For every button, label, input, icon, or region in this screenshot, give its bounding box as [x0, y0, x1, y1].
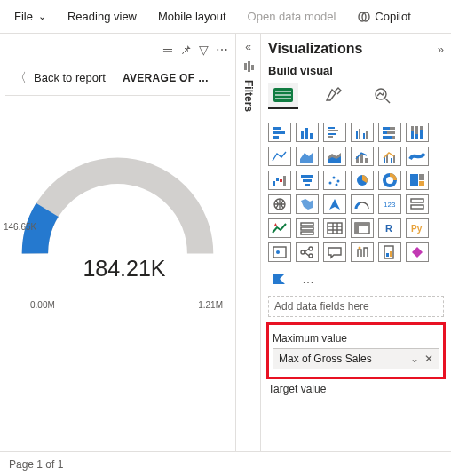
- viz-multi-row-card[interactable]: [406, 194, 429, 214]
- svg-rect-2: [244, 63, 247, 70]
- svg-rect-18: [328, 130, 338, 131]
- gauge-visual[interactable]: 146.65K 184.21K 0.00M 1.21M: [5, 140, 230, 262]
- workspace: ═ 📌︎ ▽ ⋯ 〈 Back to report AVERAGE OF … 1…: [0, 34, 451, 451]
- expand-filters-icon[interactable]: «: [245, 41, 251, 53]
- field-well-value[interactable]: Add data fields here: [268, 296, 444, 317]
- filter-icon[interactable]: ▽: [199, 43, 209, 57]
- viz-slicer[interactable]: [296, 218, 319, 238]
- svg-line-10: [385, 99, 390, 103]
- viz-python-visual[interactable]: Py: [406, 218, 429, 238]
- svg-rect-16: [310, 133, 313, 139]
- chevron-down-icon[interactable]: ⌄: [410, 353, 419, 365]
- svg-rect-68: [328, 223, 342, 234]
- svg-rect-46: [280, 179, 282, 182]
- chevron-left-icon: 〈: [14, 70, 27, 86]
- viz-table[interactable]: [323, 218, 346, 238]
- svg-rect-59: [419, 181, 424, 186]
- svg-rect-3: [248, 61, 250, 72]
- more-options-icon[interactable]: ⋯: [216, 43, 228, 57]
- viz-waterfall[interactable]: [268, 171, 291, 190]
- svg-rect-26: [383, 127, 390, 130]
- viz-r-visual[interactable]: R: [378, 218, 401, 238]
- viz-area[interactable]: [296, 147, 319, 166]
- viz-pie[interactable]: [351, 171, 374, 190]
- viz-ribbon[interactable]: [406, 147, 429, 166]
- visualizations-title: Visualizations: [268, 41, 362, 57]
- svg-rect-62: [411, 199, 423, 202]
- viz-smart-narrative[interactable]: [351, 242, 374, 262]
- maximum-value-field[interactable]: Max of Gross Sales ⌄ ✕: [273, 348, 439, 369]
- svg-rect-13: [273, 136, 279, 139]
- viz-map[interactable]: [268, 194, 291, 214]
- back-to-report-button[interactable]: 〈 Back to report: [5, 60, 115, 95]
- viz-stacked-bar[interactable]: [268, 123, 291, 142]
- svg-rect-15: [305, 128, 308, 139]
- viz-scatter[interactable]: [323, 171, 346, 190]
- svg-rect-47: [283, 176, 286, 186]
- svg-point-54: [336, 184, 338, 186]
- viz-get-more[interactable]: …: [297, 269, 320, 289]
- svg-rect-36: [420, 130, 423, 139]
- build-visual-label: Build visual: [268, 62, 444, 83]
- remove-field-icon[interactable]: ✕: [424, 353, 433, 365]
- pin-icon[interactable]: 📌︎: [179, 43, 192, 57]
- viz-line-clustered-column[interactable]: [378, 147, 401, 166]
- viz-100-stacked-bar[interactable]: [378, 123, 401, 142]
- menu-copilot[interactable]: Copilot: [348, 6, 419, 28]
- tab-analytics[interactable]: [368, 83, 398, 109]
- visualizations-pane: Visualizations » Build visual: [260, 34, 451, 451]
- copilot-icon: [357, 10, 371, 24]
- viz-filled-map[interactable]: [296, 194, 319, 214]
- viz-azure-map[interactable]: [323, 194, 346, 214]
- svg-rect-21: [356, 131, 358, 139]
- tab-build-visual[interactable]: [268, 83, 298, 109]
- viz-100-stacked-column[interactable]: [406, 123, 429, 142]
- viz-stacked-area[interactable]: [323, 147, 346, 166]
- svg-point-85: [359, 247, 361, 250]
- viz-decomposition-tree[interactable]: [296, 242, 319, 262]
- viz-paginated-report[interactable]: [378, 242, 401, 262]
- svg-rect-88: [390, 251, 392, 257]
- back-label: Back to report: [34, 71, 106, 84]
- viz-funnel[interactable]: [296, 171, 319, 190]
- build-tabs: [268, 83, 444, 115]
- svg-rect-22: [359, 129, 360, 139]
- svg-rect-6: [275, 91, 291, 92]
- menu-reading-view[interactable]: Reading view: [59, 6, 146, 27]
- viz-power-automate[interactable]: [268, 269, 291, 289]
- svg-rect-28: [383, 131, 387, 134]
- svg-rect-24: [366, 131, 368, 139]
- viz-key-influencers[interactable]: [268, 242, 291, 262]
- menu-file[interactable]: File: [5, 6, 55, 27]
- viz-kpi[interactable]: ▲: [268, 218, 291, 238]
- viz-clustered-bar[interactable]: [323, 123, 346, 142]
- viz-qa[interactable]: [323, 242, 346, 262]
- svg-rect-75: [355, 223, 359, 234]
- viz-line[interactable]: [268, 147, 291, 166]
- viz-treemap[interactable]: [406, 171, 429, 190]
- target-value-label: Target value: [268, 379, 444, 397]
- viz-donut[interactable]: [378, 171, 401, 190]
- viz-stacked-column[interactable]: [296, 123, 319, 142]
- svg-rect-66: [301, 227, 313, 230]
- viz-clustered-column[interactable]: [351, 123, 374, 142]
- filters-pane-collapsed[interactable]: « Filters: [235, 34, 260, 451]
- svg-rect-44: [273, 181, 275, 186]
- page-indicator: Page 1 of 1: [9, 458, 63, 471]
- svg-rect-14: [301, 131, 304, 139]
- menu-mobile-layout[interactable]: Mobile layout: [149, 6, 235, 27]
- drag-handle-icon[interactable]: ═: [163, 43, 172, 57]
- viz-power-apps[interactable]: [406, 242, 429, 262]
- viz-gauge[interactable]: [351, 194, 374, 214]
- svg-text:Py: Py: [411, 224, 423, 234]
- viz-line-stacked-column[interactable]: [351, 147, 374, 166]
- svg-rect-50: [305, 184, 310, 186]
- tab-format-visual[interactable]: [318, 83, 348, 109]
- svg-line-83: [305, 249, 309, 252]
- maximum-value-highlight: Maximum value Max of Gross Sales ⌄ ✕: [266, 322, 446, 379]
- collapse-pane-icon[interactable]: »: [438, 43, 444, 56]
- viz-card[interactable]: 123: [378, 194, 401, 214]
- viz-matrix[interactable]: [351, 218, 374, 238]
- filters-icon: [242, 60, 255, 73]
- svg-rect-19: [328, 133, 336, 135]
